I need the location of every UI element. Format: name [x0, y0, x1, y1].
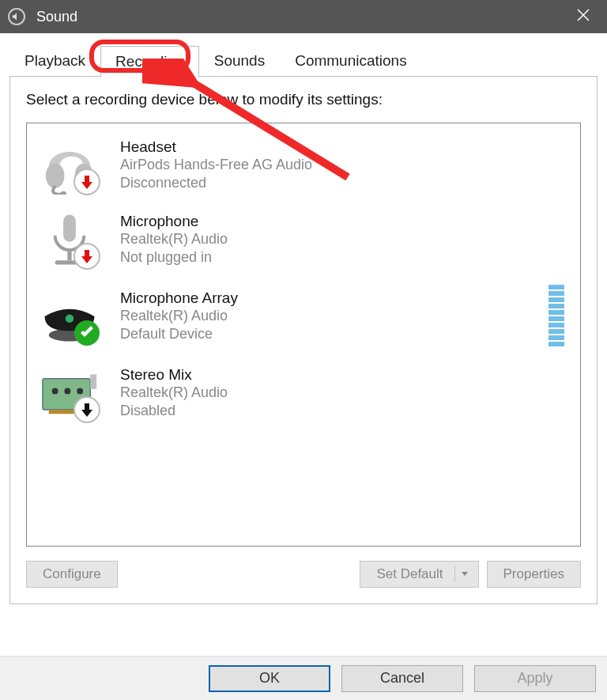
- device-row[interactable]: Headset AirPods Hands-Free AG Audio Disc…: [33, 131, 574, 206]
- set-default-button[interactable]: Set Default: [360, 561, 478, 588]
- device-status: Not plugged in: [120, 248, 571, 267]
- device-row[interactable]: Microphone Realtek(R) Audio Not plugged …: [33, 206, 574, 280]
- set-default-label: Set Default: [376, 566, 443, 582]
- device-name: Stereo Mix: [120, 366, 571, 384]
- device-status: Disconnected: [120, 174, 571, 192]
- sound-applet-icon: [8, 8, 25, 25]
- tab-panel-recording: Select a recording device below to modif…: [9, 76, 598, 604]
- tab-strip: Playback Recording Sounds Communications: [9, 44, 598, 76]
- device-row[interactable]: Stereo Mix Realtek(R) Audio Disabled: [33, 359, 574, 433]
- badge-default-icon: [73, 319, 101, 347]
- microphone-icon: [36, 210, 103, 269]
- close-button[interactable]: [567, 6, 599, 27]
- device-subtitle: AirPods Hands-Free AG Audio: [120, 156, 571, 174]
- tab-sounds[interactable]: Sounds: [199, 45, 280, 76]
- ok-button[interactable]: OK: [209, 665, 330, 692]
- svg-rect-5: [67, 250, 71, 260]
- device-name: Headset: [120, 138, 571, 156]
- svg-rect-12: [90, 374, 96, 388]
- chevron-down-icon[interactable]: [454, 566, 475, 582]
- badge-disabled-icon: [73, 395, 101, 424]
- badge-disconnected-icon: [73, 168, 101, 196]
- window-title: Sound: [36, 9, 567, 25]
- svg-point-0: [46, 163, 65, 188]
- badge-unplugged-icon: [73, 242, 101, 271]
- tab-playback[interactable]: Playback: [9, 45, 100, 76]
- svg-point-14: [52, 388, 58, 394]
- cancel-button[interactable]: Cancel: [341, 665, 463, 692]
- device-subtitle: Realtek(R) Audio: [120, 307, 549, 325]
- sound-card-icon: [36, 364, 103, 422]
- level-meter: [549, 285, 564, 348]
- device-name: Microphone Array: [120, 289, 549, 307]
- tab-recording[interactable]: Recording: [100, 46, 199, 77]
- instruction-text: Select a recording device below to modif…: [26, 91, 581, 108]
- properties-button[interactable]: Properties: [487, 561, 581, 588]
- device-subtitle: Realtek(R) Audio: [120, 230, 571, 248]
- svg-point-16: [77, 388, 83, 394]
- dialog-footer: OK Cancel Apply: [0, 656, 607, 700]
- headset-icon: [36, 136, 103, 195]
- svg-point-15: [64, 388, 70, 394]
- device-status: Default Device: [120, 325, 549, 343]
- tab-communications[interactable]: Communications: [280, 45, 422, 76]
- apply-button[interactable]: Apply: [474, 665, 596, 692]
- device-list[interactable]: Headset AirPods Hands-Free AG Audio Disc…: [26, 123, 581, 547]
- titlebar: Sound: [0, 0, 607, 33]
- microphone-array-icon: [36, 287, 103, 346]
- device-name: Microphone: [120, 213, 571, 230]
- device-status: Disabled: [120, 402, 571, 420]
- device-row[interactable]: Microphone Array Realtek(R) Audio Defaul…: [33, 280, 574, 359]
- svg-point-2: [60, 191, 66, 195]
- device-subtitle: Realtek(R) Audio: [120, 384, 571, 402]
- svg-rect-4: [63, 215, 76, 242]
- configure-button[interactable]: Configure: [26, 561, 118, 588]
